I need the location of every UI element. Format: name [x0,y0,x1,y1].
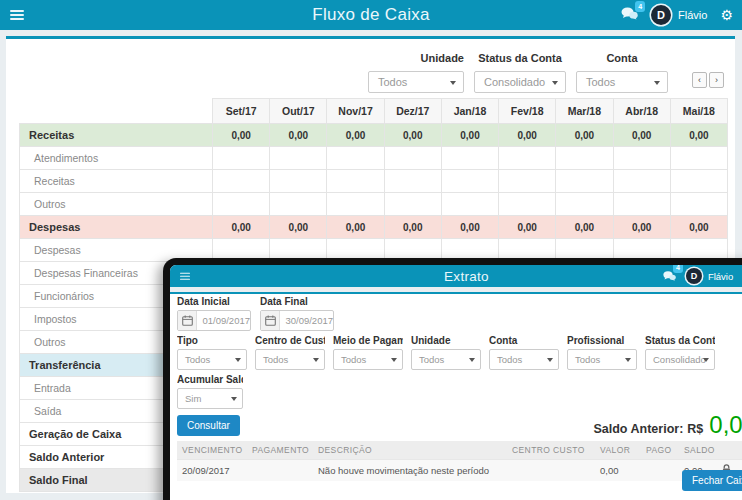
column-header-saldo: SALDO [679,445,717,455]
acumular-saldo-group: Acumular Saldo Sim [177,375,243,409]
table-row: Receitas0,000,000,000,000,000,000,000,00… [20,124,728,147]
profissional-label: Profissional [567,336,637,346]
meio-de-pagamento-select[interactable]: Todos [333,349,403,370]
value-cell: 0,00 [556,124,613,147]
unidade-select[interactable]: Todos [411,349,481,370]
conta-select[interactable]: Todos [489,349,559,370]
data-final-label: Data Final [260,297,334,307]
value-cell [613,147,670,170]
saldo-anterior: Saldo Anterior: R$ 0,00 [593,415,742,436]
value-cell [327,147,384,170]
calendar-icon[interactable] [178,311,197,330]
value-cell [613,170,670,193]
table-row: Outros [20,193,728,216]
extrato-notifications-button[interactable]: 4 [663,267,676,285]
extrato-notification-badge: 4 [673,262,683,273]
statement-row: 20/09/2017Não houve movimentação neste p… [177,459,742,481]
tipo-label: Tipo [177,336,247,346]
conta-select[interactable]: Todos [576,71,668,93]
centro-de-custo-filter-group: Centro de CustoTodos [255,336,325,370]
saldo-anterior-value: 0,00 [709,415,742,435]
value-cell [213,170,270,193]
main-topbar: Fluxo de Caixa 4 D Flávio ⚙ [0,0,742,30]
notifications-button[interactable]: 4 [621,6,638,24]
value-cell: 0,00 [327,216,384,239]
value-cell [327,193,384,216]
value-cell [384,170,441,193]
unidade-select[interactable]: Todos [368,71,464,93]
data-inicial-group: Data Inicial 01/09/2017 [177,297,251,331]
avatar: D [651,5,671,25]
conta-label: Conta [489,336,559,346]
month-pager: ‹ › [690,72,724,88]
calendar-icon[interactable] [261,311,280,330]
value-cell [556,147,613,170]
value-cell [670,170,727,193]
data-final-input[interactable]: 30/09/2017 [260,310,334,331]
value-cell [441,147,498,170]
value-cell [556,193,613,216]
meio-de-pagamento-label: Meio de Pagamento [333,336,403,346]
acumular-saldo-select[interactable]: Sim [177,388,243,409]
tipo-select[interactable]: Todos [177,349,247,370]
data-final-group: Data Final 30/09/2017 [260,297,334,331]
unidade-label: Unidade [411,336,481,346]
status-select[interactable]: Consolidado [474,71,566,93]
extrato-table: VENCIMENTOPAGAMENTODESCRIÇÃOCENTRO CUSTO… [177,441,742,481]
month-header: Mar/18 [556,99,613,124]
topbar-actions: 4 D Flávio ⚙ [621,0,733,30]
value-cell [213,193,270,216]
value-cell: 0,00 [213,124,270,147]
value-cell [384,193,441,216]
month-header: Jan/18 [441,99,498,124]
status-da-conta-label: Status da Conta [645,336,715,346]
month-header: Abr/18 [613,99,670,124]
consultar-button[interactable]: Consultar [177,415,240,436]
value-cell [441,170,498,193]
settings-icon[interactable]: ⚙ [720,8,733,22]
value-cell: 0,00 [441,216,498,239]
value-cell: 0,00 [670,216,727,239]
table-corner [20,99,213,124]
status-da-conta-select[interactable]: Consolidado [645,349,715,370]
statement-cell: 0,00 [595,465,641,476]
cashflow-filters: Unidade Todos Status da Conta Consolidad… [6,39,735,93]
table-row: Atendimentos [20,147,728,170]
row-label-receitas[interactable]: Receitas [20,170,213,193]
status-filter-group: Status da Conta Consolidado [474,52,566,93]
extrato-title: Extrato [170,269,742,284]
extrato-filters: TipoTodosCentro de CustoTodosMeio de Pag… [177,336,742,370]
row-label-despesas[interactable]: Despesas [20,216,213,239]
centro-de-custo-select[interactable]: Todos [255,349,325,370]
column-header-valor: VALOR [595,445,641,455]
next-month-button[interactable]: › [709,72,724,88]
table-row: Despesas0,000,000,000,000,000,000,000,00… [20,216,728,239]
data-inicial-input[interactable]: 01/09/2017 [177,310,251,331]
fechar-caixa-button[interactable]: Fechar Caixa [682,470,742,491]
value-cell: 0,00 [556,216,613,239]
data-inicial-label: Data Inicial [177,297,251,307]
month-header: Nov/17 [327,99,384,124]
extrato-table-header: VENCIMENTOPAGAMENTODESCRIÇÃOCENTRO CUSTO… [177,441,742,459]
value-cell [441,193,498,216]
prev-month-button[interactable]: ‹ [692,72,707,88]
column-header-descricao: DESCRIÇÃO [313,445,507,455]
profissional-select[interactable]: Todos [567,349,637,370]
table-row: Receitas [20,170,728,193]
tipo-filter-group: TipoTodos [177,336,247,370]
value-cell [499,193,556,216]
user-menu[interactable]: D Flávio [651,5,707,25]
row-label-atendimentos[interactable]: Atendimentos [20,147,213,170]
column-header-pagamento: PAGAMENTO [247,445,313,455]
month-header: Fev/18 [499,99,556,124]
row-label-receitas[interactable]: Receitas [20,124,213,147]
value-cell: 0,00 [499,124,556,147]
saldo-anterior-label: Saldo Anterior: [593,422,683,436]
month-header: Mai/18 [670,99,727,124]
profissional-filter-group: ProfissionalTodos [567,336,637,370]
extrato-user-menu[interactable]: D Flávio [686,268,733,284]
value-cell [384,147,441,170]
value-cell [670,147,727,170]
action-row: Consultar Saldo Anterior: R$ 0,00 [177,415,742,436]
row-label-outros[interactable]: Outros [20,193,213,216]
